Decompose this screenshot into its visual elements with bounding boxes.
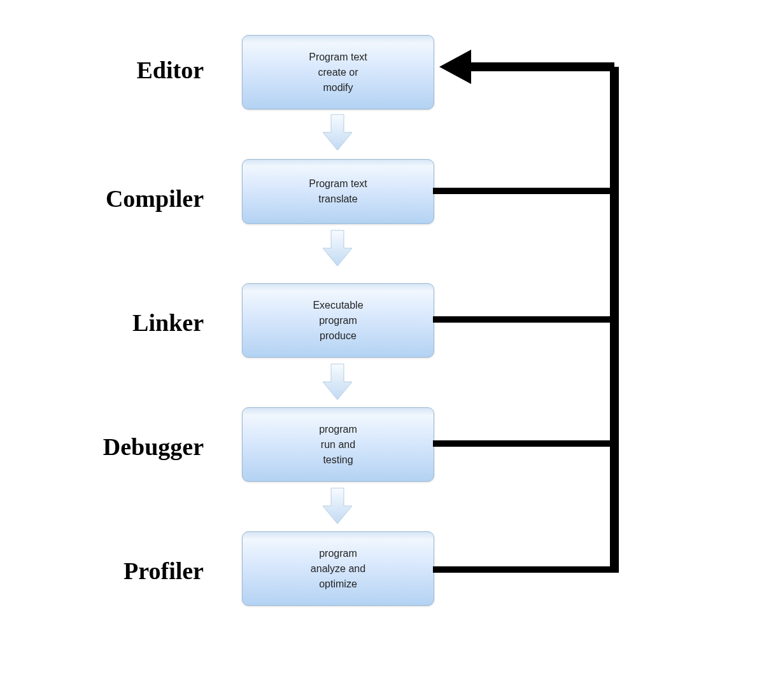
box-line: translate: [318, 192, 357, 207]
box-line: Executable: [313, 298, 363, 313]
box-line: analyze and: [311, 561, 365, 577]
box-line: optimize: [319, 577, 357, 592]
down-arrow-icon: [322, 487, 353, 525]
box-line: program: [319, 546, 357, 561]
box-editor: Program text create or modify: [242, 35, 434, 109]
box-line: Program text: [309, 176, 367, 192]
down-arrow-icon: [322, 113, 353, 151]
stage-label-compiler: Compiler: [45, 185, 204, 213]
box-line: run and: [321, 437, 355, 452]
box-line: produce: [320, 328, 357, 344]
arrowhead-icon: [439, 50, 471, 84]
stage-label-profiler: Profiler: [45, 557, 204, 585]
box-line: program: [319, 313, 357, 328]
box-line: Program text: [309, 50, 367, 65]
down-arrow-icon: [322, 229, 353, 267]
stage-label-debugger: Debugger: [45, 433, 204, 461]
box-line: create or: [318, 65, 358, 80]
stage-label-editor: Editor: [45, 56, 204, 84]
down-arrow-icon: [322, 363, 353, 401]
box-line: program: [319, 422, 357, 437]
stage-label-linker: Linker: [45, 309, 204, 337]
box-line: modify: [323, 80, 353, 95]
box-linker: Executable program produce: [242, 283, 434, 358]
box-compiler: Program text translate: [242, 159, 434, 224]
box-profiler: program analyze and optimize: [242, 531, 434, 606]
box-debugger: program run and testing: [242, 407, 434, 482]
box-line: testing: [323, 452, 353, 468]
